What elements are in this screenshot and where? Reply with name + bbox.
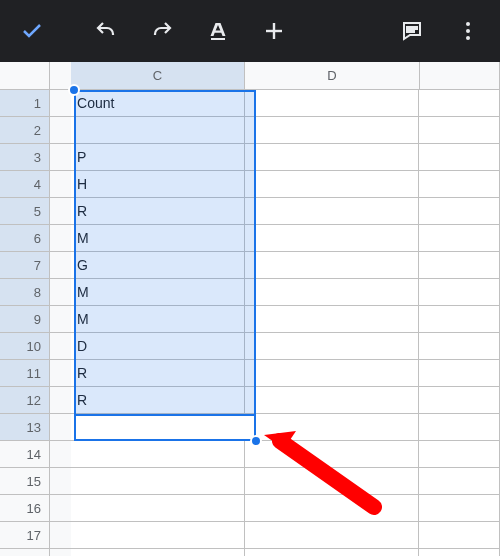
cell-C2[interactable] — [71, 117, 245, 144]
cell-E16[interactable] — [419, 495, 500, 522]
cell-C5[interactable]: R — [71, 198, 245, 225]
row-header[interactable]: 5 — [0, 198, 50, 225]
select-all-corner[interactable] — [0, 62, 50, 90]
cell-E12[interactable] — [419, 387, 500, 414]
add-button[interactable] — [250, 7, 298, 55]
undo-button[interactable] — [82, 7, 130, 55]
check-icon — [20, 19, 44, 43]
more-button[interactable] — [444, 7, 492, 55]
cell-D15[interactable] — [245, 468, 419, 495]
cell-E7[interactable] — [419, 252, 500, 279]
cell-E15[interactable] — [419, 468, 500, 495]
cell-D3[interactable] — [245, 144, 419, 171]
comment-icon — [400, 19, 424, 43]
cell-D7[interactable] — [245, 252, 419, 279]
cell-C13[interactable] — [71, 414, 245, 441]
cell-C3[interactable]: P — [71, 144, 245, 171]
row-header[interactable]: 16 — [0, 495, 50, 522]
svg-point-3 — [466, 29, 470, 33]
cell-E8[interactable] — [419, 279, 500, 306]
row-header[interactable]: 10 — [0, 333, 50, 360]
redo-icon — [150, 19, 174, 43]
cell-D11[interactable] — [245, 360, 419, 387]
cell-C1[interactable]: Count — [71, 90, 245, 117]
row-header[interactable]: 1 — [0, 90, 50, 117]
cell-D2[interactable] — [245, 117, 419, 144]
cell-E17[interactable] — [419, 522, 500, 549]
cell-C12[interactable]: R — [71, 387, 245, 414]
row-header[interactable]: 9 — [0, 306, 50, 333]
text-format-icon — [206, 19, 230, 43]
text-format-button[interactable] — [194, 7, 242, 55]
cell-D14[interactable] — [245, 441, 419, 468]
cell-C8[interactable]: M — [71, 279, 245, 306]
cell-D1[interactable] — [245, 90, 419, 117]
row-header[interactable]: 13 — [0, 414, 50, 441]
confirm-button[interactable] — [8, 7, 56, 55]
cell-E14[interactable] — [419, 441, 500, 468]
cell-E10[interactable] — [419, 333, 500, 360]
col-header-D[interactable]: D — [245, 62, 419, 90]
cell-E9[interactable] — [419, 306, 500, 333]
cell-D18[interactable] — [245, 549, 419, 556]
cell-C4[interactable]: H — [71, 171, 245, 198]
row-header[interactable]: 11 — [0, 360, 50, 387]
cell-C18[interactable] — [71, 549, 245, 556]
spreadsheet-grid[interactable]: C D 1Count 2 3P 4H 5R 6M 7G 8M 9M 10D 11… — [0, 62, 500, 556]
cell-C14[interactable] — [71, 441, 245, 468]
row-header[interactable]: 7 — [0, 252, 50, 279]
row-header[interactable]: 17 — [0, 522, 50, 549]
row-header[interactable]: 6 — [0, 225, 50, 252]
cell-E6[interactable] — [419, 225, 500, 252]
comment-button[interactable] — [388, 7, 436, 55]
row-header[interactable]: 15 — [0, 468, 50, 495]
row-header[interactable]: 12 — [0, 387, 50, 414]
cell-C9[interactable]: M — [71, 306, 245, 333]
cell-D17[interactable] — [245, 522, 419, 549]
cell-C6[interactable]: M — [71, 225, 245, 252]
row-header[interactable]: 2 — [0, 117, 50, 144]
toolbar — [0, 0, 500, 62]
more-vert-icon — [456, 19, 480, 43]
cell-D8[interactable] — [245, 279, 419, 306]
row-header[interactable]: 14 — [0, 441, 50, 468]
row-header[interactable]: 3 — [0, 144, 50, 171]
cell-D10[interactable] — [245, 333, 419, 360]
undo-icon — [94, 19, 118, 43]
cell-D6[interactable] — [245, 225, 419, 252]
cell-C15[interactable] — [71, 468, 245, 495]
cell-E11[interactable] — [419, 360, 500, 387]
cell-D5[interactable] — [245, 198, 419, 225]
cell-E4[interactable] — [419, 171, 500, 198]
cell-D4[interactable] — [245, 171, 419, 198]
cell-C7[interactable]: G — [71, 252, 245, 279]
cell-E3[interactable] — [419, 144, 500, 171]
row-header[interactable]: 8 — [0, 279, 50, 306]
row-header[interactable]: 4 — [0, 171, 50, 198]
cell-C16[interactable] — [71, 495, 245, 522]
cell-E13[interactable] — [419, 414, 500, 441]
cell-D16[interactable] — [245, 495, 419, 522]
cell-D13[interactable] — [245, 414, 419, 441]
cell-D12[interactable] — [245, 387, 419, 414]
cell-E1[interactable] — [419, 90, 500, 117]
svg-point-4 — [466, 36, 470, 40]
cell-E2[interactable] — [419, 117, 500, 144]
col-header-C[interactable]: C — [71, 62, 245, 90]
row-header[interactable]: 18 — [0, 549, 50, 556]
cell-C11[interactable]: R — [71, 360, 245, 387]
svg-point-2 — [466, 22, 470, 26]
cell-E5[interactable] — [419, 198, 500, 225]
cell-C10[interactable]: D — [71, 333, 245, 360]
col-header-E[interactable] — [420, 62, 500, 90]
cell-E18[interactable] — [419, 549, 500, 556]
redo-button[interactable] — [138, 7, 186, 55]
cell-C17[interactable] — [71, 522, 245, 549]
cell-D9[interactable] — [245, 306, 419, 333]
plus-icon — [262, 19, 286, 43]
